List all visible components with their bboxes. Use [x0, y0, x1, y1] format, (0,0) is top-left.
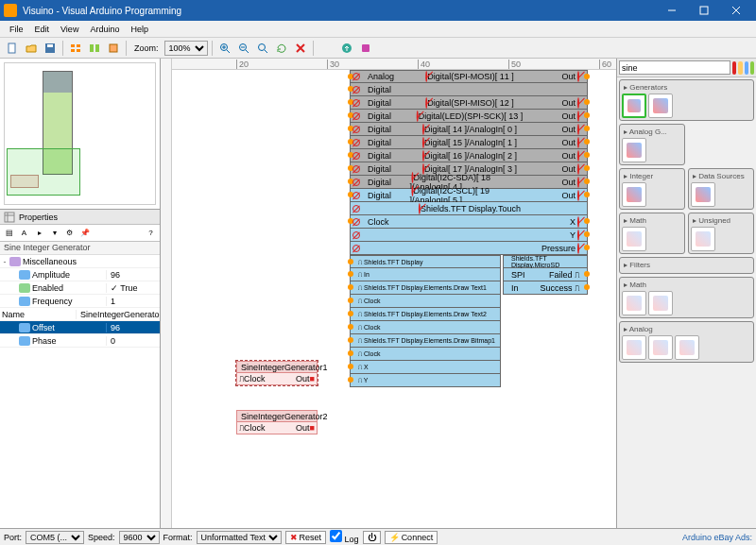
property-row[interactable]: NameSineIntegerGenerator1 [0, 308, 160, 321]
palette-item[interactable] [691, 227, 715, 251]
menu-arduino[interactable]: Arduino [84, 23, 125, 36]
open-button[interactable] [23, 40, 40, 57]
ad-link[interactable]: Arduino eBay Ads: [682, 533, 752, 542]
overview-viewport[interactable] [7, 148, 80, 196]
board-pin-row[interactable]: Pressure [350, 242, 588, 255]
prop-pin-button[interactable]: 📌 [77, 226, 92, 240]
menu-edit[interactable]: Edit [29, 23, 56, 36]
board-pin-row[interactable]: Shields.TFT Display.Touch [350, 202, 588, 215]
menu-view[interactable]: View [55, 23, 84, 36]
board-pin-row[interactable]: Digital Digital[ 14 ]/AnalogIn[ 0 ]Out [350, 123, 588, 136]
overview-panel[interactable] [0, 59, 160, 210]
property-row[interactable]: Frequency1 [0, 295, 160, 308]
minimize-button[interactable] [656, 0, 688, 21]
zoom-fit-button[interactable] [254, 40, 271, 57]
reset-button[interactable]: ✖Reset [285, 531, 327, 544]
tft-row[interactable]: ⎍ X [350, 361, 501, 374]
disconnect-button[interactable]: ⏻ [363, 531, 381, 544]
properties-tree[interactable]: -MiscellaneousAmplitude96Enabled✓ TrueFr… [0, 255, 160, 528]
zoom-select[interactable]: 100% [164, 41, 208, 56]
save-button[interactable] [42, 40, 59, 57]
palette-item[interactable] [675, 335, 699, 360]
board-pin-row[interactable]: Digital Digital[ 15 ]/AnalogIn[ 1 ]Out [350, 136, 588, 149]
arduino-board-component[interactable]: Analog Digital(SPI-MOSI)[ 11 ]Out Digita… [350, 70, 588, 391]
search-settings-button[interactable] [750, 61, 754, 75]
prop-filter-button[interactable]: ⚙ [62, 226, 77, 240]
board-pin-row[interactable]: Analog Digital(SPI-MOSI)[ 11 ]Out [350, 70, 588, 83]
property-row[interactable]: -Miscellaneous [0, 255, 160, 268]
palette-item[interactable] [622, 182, 646, 207]
sine-generator-1[interactable]: SineIntegerGenerator1 ⎍ClockOut■ [236, 361, 318, 385]
align-button[interactable] [67, 40, 84, 57]
connect-button[interactable]: ⚡Connect [385, 531, 438, 544]
search-star-button[interactable] [738, 61, 742, 75]
tft-row[interactable]: ⎍ In [350, 268, 501, 281]
palette-item[interactable] [622, 335, 646, 360]
prop-collapse-button[interactable]: ▾ [47, 226, 61, 240]
refresh-button[interactable] [273, 40, 290, 57]
sd-row[interactable]: SPIFailed ⎍ [503, 268, 588, 281]
prop-cat-button[interactable]: ▤ [2, 226, 16, 240]
palette-item[interactable] [622, 138, 646, 162]
tft-row[interactable]: ⎍ Shields.TFT Display.Elements.Draw Bitm… [350, 334, 501, 348]
palette-item[interactable] [648, 94, 673, 118]
close-button[interactable] [720, 0, 752, 21]
speed-select[interactable]: 9600 [119, 531, 160, 544]
palette-group[interactable]: ▸ Math [619, 213, 685, 254]
property-row[interactable]: Phase0 [0, 334, 160, 348]
palette-group[interactable]: ▸ Math [619, 277, 754, 318]
palette-group[interactable]: ▸ Unsigned [688, 213, 754, 254]
upload-button[interactable] [338, 40, 355, 57]
new-button[interactable] [4, 40, 21, 57]
palette-search-input[interactable] [619, 60, 730, 75]
tft-row[interactable]: ⎍ Shields.TFT Display.Elements.Draw Text… [350, 281, 501, 295]
log-checkbox-label[interactable]: Log [330, 530, 359, 544]
palette-group[interactable]: ▸ Generators [619, 79, 754, 121]
property-row[interactable]: Offset96 [0, 321, 160, 334]
delete-button[interactable] [292, 40, 309, 57]
tft-row[interactable]: ⎍ Shields.TFT Display [350, 255, 501, 268]
board-pin-row[interactable]: Digital Digital(I2C-SCL)[ 19 ]/AnalogIn[… [350, 189, 588, 202]
maximize-button[interactable] [688, 0, 720, 21]
tft-row[interactable]: ⎍ Clock [350, 295, 501, 308]
menu-help[interactable]: Help [125, 23, 154, 36]
palette-group[interactable]: ▸ Filters [619, 257, 754, 274]
layers-button[interactable] [105, 40, 122, 57]
palette-item[interactable] [622, 291, 646, 315]
palette-item[interactable] [691, 182, 715, 207]
palette-item[interactable] [622, 94, 646, 118]
property-row[interactable]: Amplitude96 [0, 268, 160, 281]
search-filter-button[interactable] [745, 61, 748, 75]
board-pin-row[interactable]: Digital [350, 83, 588, 96]
grid-button[interactable] [86, 40, 103, 57]
sd-header[interactable]: Shields.TFT Display.MicroSD [503, 255, 588, 268]
palette-group[interactable]: ▸ Integer [619, 168, 685, 210]
board-pin-row[interactable]: Y [350, 229, 588, 242]
board-pin-row[interactable]: Digital Digital(SPI-MISO)[ 12 ]Out [350, 96, 588, 110]
property-row[interactable]: Enabled✓ True [0, 281, 160, 295]
palette-group[interactable]: ▸ Analog G... [619, 124, 685, 165]
board-pin-row[interactable]: Digital Digital(LED)(SPI-SCK)[ 13 ]Out [350, 110, 588, 123]
log-checkbox[interactable] [330, 530, 342, 542]
tft-row[interactable]: ⎍ Shields.TFT Display.Elements.Draw Text… [350, 308, 501, 321]
sine-generator-2[interactable]: SineIntegerGenerator2 ⎍ClockOut■ [236, 410, 318, 434]
palette-item[interactable] [648, 291, 673, 315]
tft-row[interactable]: ⎍ Y [350, 374, 501, 387]
format-select[interactable]: Unformatted Text [197, 531, 282, 544]
board-pin-row[interactable]: ClockX [350, 215, 588, 229]
board-pin-row[interactable]: Digital Digital[ 16 ]/AnalogIn[ 2 ]Out [350, 149, 588, 162]
prop-help-button[interactable]: ? [144, 226, 158, 240]
prop-az-button[interactable]: A [17, 226, 31, 240]
menu-file[interactable]: File [4, 23, 29, 36]
palette-item[interactable] [622, 227, 646, 251]
palette-group[interactable]: ▸ Analog [619, 321, 754, 363]
zoom-out-button[interactable] [235, 40, 252, 57]
palette-item[interactable] [648, 335, 673, 360]
zoom-in-button[interactable] [216, 40, 233, 57]
tft-row[interactable]: ⎍ Clock [350, 321, 501, 334]
tft-row[interactable]: ⎍ Clock [350, 348, 501, 361]
tool-button[interactable] [357, 40, 374, 57]
palette-body[interactable]: ▸ Generators▸ Analog G...▸ Integer▸ Data… [617, 77, 756, 528]
port-select[interactable]: COM5 (... [26, 531, 84, 544]
canvas-area[interactable]: 2030405060 Analog Digital(SPI-MOSI)[ 11 … [161, 59, 616, 528]
